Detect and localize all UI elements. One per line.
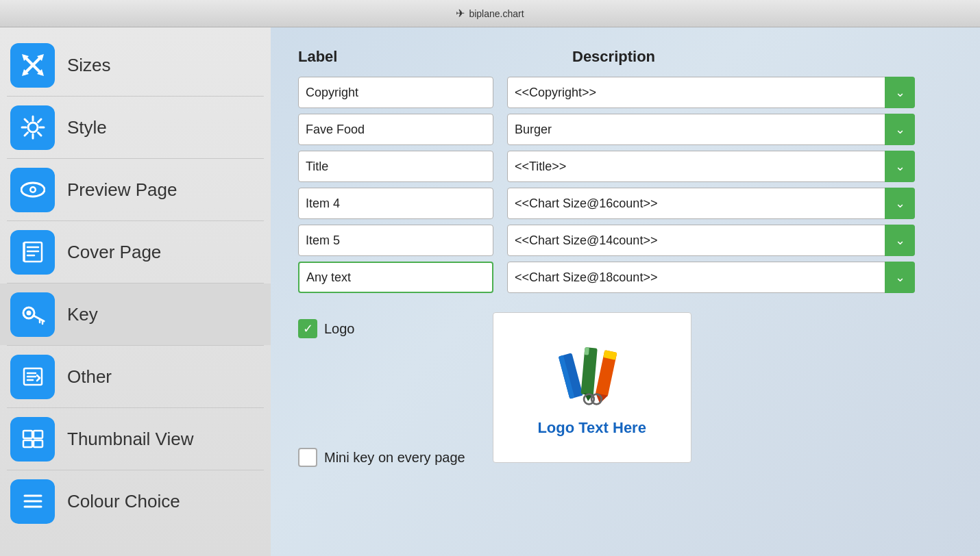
label-input-copyright[interactable] [298, 77, 493, 108]
title-bar-icon: ✈ [456, 7, 465, 20]
logo-preview: Logo Text Here [493, 312, 691, 463]
label-input-any-text[interactable] [298, 262, 493, 293]
field-row-title: <<Title>> ⌄ [298, 151, 953, 182]
logo-left: ✓ Logo Mini key on every page [298, 312, 465, 467]
svg-rect-35 [34, 440, 42, 447]
mini-key-label: Mini key on every page [324, 450, 465, 466]
svg-line-12 [38, 133, 41, 136]
fields-area: <<Copyright>> ⌄ Burger ⌄ [298, 77, 953, 296]
logo-icon-area [554, 338, 630, 414]
sidebar-item-thumbnail-view[interactable]: Thumbnail View [0, 408, 271, 470]
desc-select-fave-food[interactable]: Burger [507, 114, 915, 145]
svg-rect-43 [584, 347, 589, 355]
desc-select-wrapper-fave-food: Burger ⌄ [507, 114, 915, 145]
thumbnail-view-icon [10, 417, 55, 462]
colour-choice-icon [10, 479, 55, 524]
svg-point-24 [26, 311, 31, 316]
svg-rect-41 [580, 347, 597, 395]
field-row-item5: <<Chart Size@14count>> ⌄ [298, 225, 953, 256]
sidebar-item-preview-page-label: Preview Page [67, 179, 177, 201]
sidebar-item-key-label: Key [67, 304, 98, 325]
desc-select-wrapper-item4: <<Chart Size@16count>> ⌄ [507, 188, 915, 219]
logo-illustration [554, 338, 630, 414]
desc-select-wrapper-item5: <<Chart Size@14count>> ⌄ [507, 225, 915, 256]
svg-rect-34 [23, 440, 32, 447]
sidebar-item-colour-choice[interactable]: Colour Choice [0, 470, 271, 532]
svg-line-11 [25, 119, 28, 123]
sidebar-item-style[interactable]: Style [0, 97, 271, 158]
logo-label: Logo [324, 321, 355, 337]
desc-select-item5[interactable]: <<Chart Size@14count>> [507, 225, 915, 256]
svg-line-13 [38, 119, 41, 123]
desc-select-item4[interactable]: <<Chart Size@16count>> [507, 188, 915, 219]
svg-line-14 [25, 133, 28, 136]
sidebar-item-preview-page[interactable]: Preview Page [0, 159, 271, 220]
field-row-any-text: <<Chart Size@18count>> ⌄ [298, 262, 953, 293]
key-icon [10, 292, 55, 337]
desc-select-copyright[interactable]: <<Copyright>> [507, 77, 915, 108]
sidebar-item-sizes[interactable]: Sizes [0, 34, 271, 96]
svg-rect-33 [34, 431, 42, 438]
sidebar-item-other-label: Other [67, 366, 112, 388]
svg-rect-32 [23, 431, 32, 438]
label-input-item4[interactable] [298, 188, 493, 219]
desc-select-wrapper-any-text: <<Chart Size@18count>> ⌄ [507, 262, 915, 293]
desc-header: Description [572, 48, 655, 66]
preview-page-icon [10, 168, 55, 212]
sidebar-item-sizes-label: Sizes [67, 55, 111, 76]
label-input-item5[interactable] [298, 225, 493, 256]
sidebar-item-style-label: Style [67, 117, 107, 138]
svg-point-17 [31, 188, 34, 192]
cover-page-icon [10, 230, 55, 275]
style-icon [10, 105, 55, 150]
logo-checkbox-row: ✓ Logo [298, 319, 465, 338]
title-bar: ✈ biplane.chart [0, 0, 980, 27]
field-row-copyright: <<Copyright>> ⌄ [298, 77, 953, 108]
sidebar-item-cover-page-label: Cover Page [67, 242, 161, 263]
label-input-fave-food[interactable] [298, 114, 493, 145]
right-panel: Label Description <<Copyright>> ⌄ [271, 27, 980, 556]
svg-rect-22 [23, 242, 25, 262]
svg-point-6 [28, 123, 38, 132]
title-bar-text: biplane.chart [469, 8, 524, 19]
sidebar-item-colour-choice-label: Colour Choice [67, 491, 180, 512]
desc-select-wrapper-title: <<Title>> ⌄ [507, 151, 915, 182]
logo-checkbox[interactable]: ✓ [298, 319, 317, 338]
logo-section: ✓ Logo Mini key on every page [298, 312, 953, 467]
mini-key-checkbox[interactable] [298, 448, 317, 467]
sidebar-item-key[interactable]: Key [0, 283, 271, 345]
field-row-fave-food: Burger ⌄ [298, 114, 953, 145]
mini-key-checkbox-row: Mini key on every page [298, 448, 465, 467]
logo-text: Logo Text Here [537, 419, 646, 437]
sizes-icon [10, 43, 55, 88]
main-content: Sizes Style [0, 27, 980, 556]
columns-header: Label Description [298, 48, 953, 66]
label-header: Label [298, 48, 504, 66]
label-input-title[interactable] [298, 151, 493, 182]
desc-select-title[interactable]: <<Title>> [507, 151, 915, 182]
sidebar: Sizes Style [0, 27, 271, 556]
desc-select-any-text[interactable]: <<Chart Size@18count>> [507, 262, 915, 293]
field-row-item4: <<Chart Size@16count>> ⌄ [298, 188, 953, 219]
other-icon [10, 355, 55, 399]
desc-select-wrapper-copyright: <<Copyright>> ⌄ [507, 77, 915, 108]
sidebar-item-cover-page[interactable]: Cover Page [0, 221, 271, 283]
sidebar-item-other[interactable]: Other [0, 346, 271, 407]
sidebar-item-thumbnail-view-label: Thumbnail View [67, 429, 194, 450]
